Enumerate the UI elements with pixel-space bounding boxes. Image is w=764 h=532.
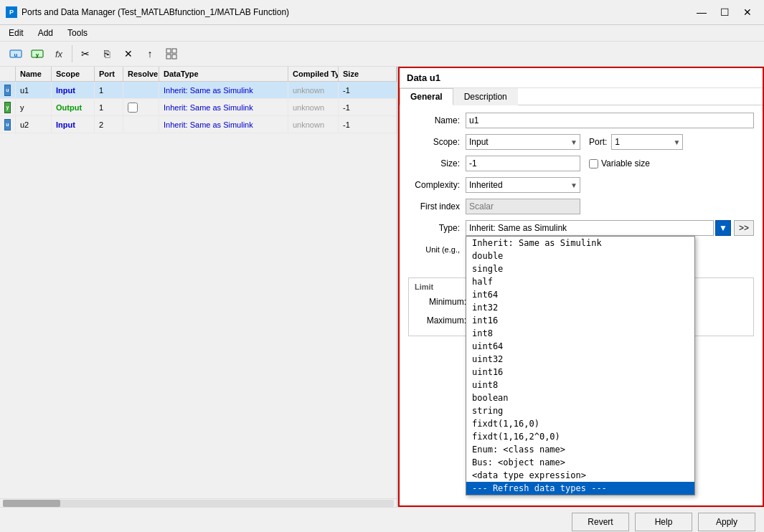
toolbar-delete[interactable]: ✕ xyxy=(118,44,138,63)
type-dropdown-value: Inherit: Same as Simulink xyxy=(469,223,567,233)
dropdown-item-string[interactable]: string xyxy=(466,404,694,417)
table-header: Name Scope Port Resolve Signal DataType … xyxy=(0,67,397,82)
close-button[interactable]: ✕ xyxy=(737,4,758,20)
svg-rect-4 xyxy=(166,49,171,53)
first-index-row: First index xyxy=(408,199,754,214)
scope-select[interactable]: Input Output Parameter xyxy=(466,134,580,150)
dropdown-item-datatype-expr[interactable]: <data type expression> xyxy=(466,469,694,482)
toolbar-add-output[interactable]: y xyxy=(27,44,47,63)
table-row[interactable]: u u1 Input 1 Inherit: Same as Simulink u… xyxy=(0,82,397,99)
size-row: Size: Variable size xyxy=(408,156,754,171)
row-compiled: unknown xyxy=(288,116,339,133)
row-name: y xyxy=(16,99,52,115)
dropdown-item-int64[interactable]: int64 xyxy=(466,288,694,301)
type-row: Type: Inherit: Same as Simulink Inherit:… xyxy=(408,220,754,236)
resolve-checkbox[interactable] xyxy=(128,103,138,113)
name-input[interactable] xyxy=(466,113,754,128)
scope-port-row: Scope: Input Output Parameter ▼ Port: 1 … xyxy=(408,134,754,150)
bottom-bar: Revert Help Apply xyxy=(0,507,764,532)
size-label: Size: xyxy=(408,158,466,168)
menu-bar: Edit Add Tools xyxy=(0,25,764,42)
type-dropdown-button[interactable]: Inherit: Same as Simulink xyxy=(466,220,714,236)
dropdown-item-bus[interactable]: Bus: <object name> xyxy=(466,456,694,469)
window-title: Ports and Data Manager (Test_MATLABfunct… xyxy=(22,7,289,17)
maximize-button[interactable]: ☐ xyxy=(714,4,735,20)
type-label: Type: xyxy=(408,223,466,233)
port-select[interactable]: 1 2 xyxy=(611,134,683,150)
row-port: 1 xyxy=(95,82,123,98)
dropdown-item-fixdt1[interactable]: fixdt(1,16,0) xyxy=(466,417,694,430)
type-dropdown-list: Inherit: Same as Simulink double single … xyxy=(466,236,695,495)
row-scope: Input xyxy=(52,82,95,98)
title-bar: P Ports and Data Manager (Test_MATLABfun… xyxy=(0,0,764,25)
dropdown-item-refresh[interactable]: --- Refresh data types --- xyxy=(466,482,694,495)
row-resolve xyxy=(123,99,159,115)
row-size: -1 xyxy=(339,116,397,133)
dropdown-item-int16[interactable]: int16 xyxy=(466,314,694,327)
th-port: Port xyxy=(95,67,123,81)
toolbar-grid[interactable] xyxy=(161,44,181,63)
dropdown-item-int8[interactable]: int8 xyxy=(466,327,694,340)
minimum-label: Minimum: xyxy=(415,297,472,307)
toolbar: u y fx ✂ ⎘ ✕ ↑ xyxy=(0,42,764,67)
dropdown-item-double[interactable]: double xyxy=(466,250,694,262)
row-port: 2 xyxy=(95,116,123,133)
table-body: u u1 Input 1 Inherit: Same as Simulink u… xyxy=(0,82,397,498)
svg-rect-7 xyxy=(172,54,176,59)
dropdown-item-single[interactable]: single xyxy=(466,262,694,275)
size-input[interactable] xyxy=(466,156,580,171)
type-expand-button[interactable]: >> xyxy=(734,220,754,236)
row-datatype: Inherit: Same as Simulink xyxy=(159,99,288,115)
complexity-select[interactable]: Inherited real complex xyxy=(466,177,580,193)
row-icon: u xyxy=(0,116,16,133)
svg-rect-5 xyxy=(172,49,176,53)
apply-button[interactable]: Apply xyxy=(698,513,755,531)
toolbar-fx[interactable]: fx xyxy=(49,44,69,63)
dropdown-item-uint32[interactable]: uint32 xyxy=(466,353,694,366)
name-label: Name: xyxy=(408,115,466,125)
panel-title: Data u1 xyxy=(400,68,763,88)
row-size: -1 xyxy=(339,99,397,115)
tab-description[interactable]: Description xyxy=(453,88,518,105)
help-button[interactable]: Help xyxy=(635,513,692,531)
dropdown-item-uint16[interactable]: uint16 xyxy=(466,366,694,379)
menu-add[interactable]: Add xyxy=(35,27,56,39)
toolbar-cut[interactable]: ✂ xyxy=(75,44,95,63)
th-resolve: Resolve Signal xyxy=(123,67,159,81)
table-row[interactable]: y y Output 1 Inherit: Same as Simulink u… xyxy=(0,99,397,116)
menu-tools[interactable]: Tools xyxy=(65,27,90,39)
complexity-row: Complexity: Inherited real complex ▼ xyxy=(408,177,754,193)
row-icon: u xyxy=(0,82,16,98)
toolbar-add-input[interactable]: u xyxy=(6,44,26,63)
row-icon: y xyxy=(0,99,16,115)
first-index-input[interactable] xyxy=(466,199,580,214)
dropdown-item-uint64[interactable]: uint64 xyxy=(466,340,694,353)
variable-size-checkbox[interactable] xyxy=(589,159,598,168)
toolbar-separator-1 xyxy=(72,45,72,62)
dropdown-item-int32[interactable]: int32 xyxy=(466,301,694,314)
form-body: Name: Scope: Input Output Parameter ▼ Po… xyxy=(400,105,763,505)
dropdown-item-uint8[interactable]: uint8 xyxy=(466,379,694,391)
type-dropdown-arrow-btn[interactable]: ▼ xyxy=(715,220,731,236)
toolbar-up[interactable]: ↑ xyxy=(140,44,160,63)
row-scope: Input xyxy=(52,116,95,133)
dropdown-item-fixdt2[interactable]: fixdt(1,16,2^0,0) xyxy=(466,430,694,443)
app-icon: P xyxy=(6,6,17,18)
table-row[interactable]: u u2 Input 2 Inherit: Same as Simulink u… xyxy=(0,116,397,133)
dropdown-item-enum[interactable]: Enum: <class name> xyxy=(466,443,694,456)
minimize-button[interactable]: — xyxy=(691,4,712,20)
menu-edit[interactable]: Edit xyxy=(6,27,27,39)
row-datatype: Inherit: Same as Simulink xyxy=(159,116,288,133)
dropdown-item-inherit-simulink[interactable]: Inherit: Same as Simulink xyxy=(466,237,694,250)
main-content: Name Scope Port Resolve Signal DataType … xyxy=(0,67,764,507)
toolbar-copy[interactable]: ⎘ xyxy=(97,44,117,63)
horizontal-scrollbar[interactable] xyxy=(0,498,397,507)
row-name: u2 xyxy=(16,116,52,133)
revert-button[interactable]: Revert xyxy=(572,513,629,531)
dropdown-item-half[interactable]: half xyxy=(466,275,694,288)
svg-rect-6 xyxy=(166,54,171,59)
th-datatype: DataType xyxy=(159,67,288,81)
tab-general[interactable]: General xyxy=(400,88,453,105)
dropdown-item-boolean[interactable]: boolean xyxy=(466,391,694,404)
tabs-row: General Description xyxy=(400,88,763,105)
